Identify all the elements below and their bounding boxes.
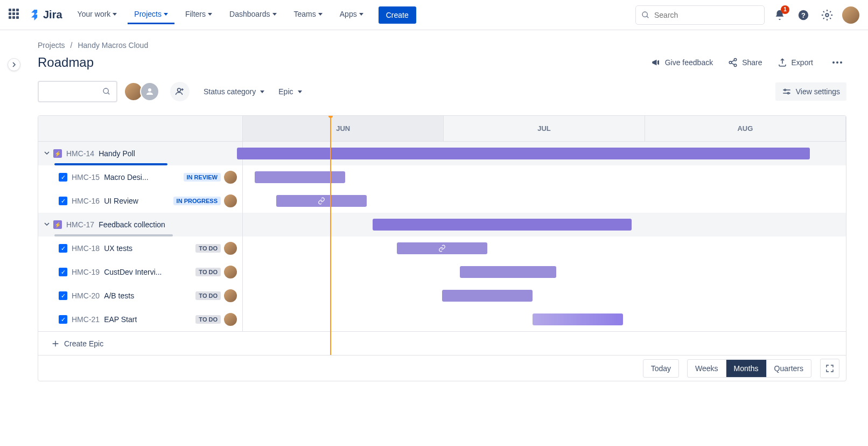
unassigned-avatar[interactable]	[140, 82, 159, 101]
timeline-bar[interactable]	[397, 242, 487, 254]
search-icon	[102, 87, 111, 96]
help-icon: ?	[797, 9, 809, 21]
plus-icon	[51, 339, 60, 348]
chevron-down-icon	[164, 13, 168, 16]
breadcrumb-project[interactable]: Handy Macros Cloud	[78, 41, 148, 50]
status-category-filter[interactable]: Status category	[204, 87, 264, 96]
link-icon	[318, 197, 325, 205]
issue-key[interactable]: HMC-18	[72, 244, 100, 253]
search-box[interactable]	[635, 5, 765, 25]
issue-key[interactable]: HMC-19	[72, 268, 100, 276]
issue-key[interactable]: HMC-21	[72, 315, 100, 324]
nav-item-dashboards[interactable]: Dashboards	[223, 5, 283, 24]
nav-items: Your workProjectsFiltersDashboardsTeamsA…	[71, 5, 370, 24]
issue-key[interactable]: HMC-14	[66, 149, 94, 158]
assignee-avatar[interactable]	[224, 313, 237, 326]
issue-title[interactable]: UI Review	[104, 197, 138, 205]
roadmap-footer: Today WeeksMonthsQuarters	[38, 355, 846, 381]
issue-key[interactable]: HMC-20	[72, 291, 100, 300]
timeline-bar[interactable]	[255, 171, 345, 183]
notifications-button[interactable]: 1	[771, 6, 788, 24]
chevron-down-icon	[359, 13, 363, 16]
issue-title[interactable]: UX tests	[104, 244, 132, 253]
top-navigation: Jira Your workProjectsFiltersDashboardsT…	[0, 0, 868, 30]
task-icon: ✓	[59, 315, 67, 324]
svg-line-11	[108, 93, 109, 94]
app-switcher-icon[interactable]	[9, 9, 22, 22]
give-feedback-button[interactable]: Give feedback	[651, 58, 713, 67]
timeline-bar[interactable]	[237, 148, 810, 159]
svg-text:?: ?	[801, 11, 806, 19]
logo-text: Jira	[43, 9, 62, 21]
person-icon	[145, 87, 155, 96]
expand-button[interactable]	[44, 149, 50, 158]
today-marker	[330, 116, 331, 355]
assignee-avatar[interactable]	[224, 194, 237, 207]
timeline-bar[interactable]	[276, 195, 367, 207]
issue-key[interactable]: HMC-15	[72, 173, 100, 182]
nav-item-filters[interactable]: Filters	[179, 5, 219, 24]
issue-key[interactable]: HMC-17	[66, 220, 94, 229]
svg-point-4	[825, 13, 829, 17]
svg-point-13	[178, 88, 181, 92]
sliders-icon	[782, 87, 792, 96]
status-badge: TO DO	[195, 291, 221, 300]
timeline-bar[interactable]	[460, 266, 556, 278]
issue-title[interactable]: CustDev Intervi...	[104, 268, 162, 276]
breadcrumb: Projects / Handy Macros Cloud	[38, 41, 846, 50]
svg-point-16	[784, 89, 786, 91]
nav-item-teams[interactable]: Teams	[288, 5, 329, 24]
sidebar-toggle[interactable]	[8, 58, 20, 71]
view-settings-button[interactable]: View settings	[775, 82, 846, 101]
svg-point-5	[734, 59, 737, 61]
assignee-avatar[interactable]	[224, 266, 237, 278]
scale-months[interactable]: Months	[726, 359, 767, 378]
jira-logo[interactable]: Jira	[28, 9, 62, 22]
assignee-avatar[interactable]	[224, 289, 237, 302]
add-person-button[interactable]	[170, 82, 190, 101]
nav-item-apps[interactable]: Apps	[333, 5, 370, 24]
help-button[interactable]: ?	[795, 6, 812, 24]
issue-title[interactable]: Macro Desi...	[104, 173, 148, 182]
nav-item-your-work[interactable]: Your work	[71, 5, 124, 24]
assignee-filter[interactable]	[124, 82, 159, 101]
search-input[interactable]	[654, 11, 759, 19]
svg-line-1	[647, 16, 648, 18]
status-badge: TO DO	[195, 315, 221, 324]
more-actions-button[interactable]	[828, 57, 846, 68]
issue-title[interactable]: Handy Poll	[99, 149, 135, 158]
filter-search[interactable]	[38, 81, 117, 102]
assignee-avatar[interactable]	[224, 242, 237, 255]
issue-title[interactable]: A/B tests	[104, 291, 134, 300]
scale-weeks[interactable]: Weeks	[687, 359, 726, 378]
chevron-down-icon	[208, 13, 212, 16]
create-button[interactable]: Create	[379, 6, 416, 24]
epic-filter[interactable]: Epic	[278, 87, 302, 96]
svg-point-12	[148, 88, 151, 92]
timeline-bar[interactable]	[373, 219, 632, 231]
nav-item-projects[interactable]: Projects	[128, 5, 174, 24]
task-row: ✓HMC-16UI ReviewIN PROGRESS	[38, 189, 846, 213]
assignee-avatar[interactable]	[224, 171, 237, 184]
export-icon	[778, 58, 787, 67]
expand-button[interactable]	[44, 220, 50, 229]
scale-quarters[interactable]: Quarters	[766, 359, 811, 378]
settings-button[interactable]	[818, 6, 836, 24]
status-badge: IN REVIEW	[184, 173, 221, 182]
breadcrumb-root[interactable]: Projects	[38, 41, 65, 50]
today-button[interactable]: Today	[643, 359, 679, 378]
export-button[interactable]: Export	[778, 58, 813, 67]
share-button[interactable]: Share	[728, 58, 762, 67]
task-row: ✓HMC-15Macro Desi...IN REVIEW	[38, 165, 846, 189]
user-avatar[interactable]	[842, 6, 859, 24]
issue-key[interactable]: HMC-16	[72, 197, 100, 205]
create-epic-button[interactable]: Create Epic	[38, 331, 846, 355]
megaphone-icon	[651, 58, 661, 67]
issue-title[interactable]: Feedback collection	[99, 220, 165, 229]
timeline-bar[interactable]	[533, 313, 623, 325]
share-icon	[728, 58, 738, 67]
fullscreen-button[interactable]	[820, 359, 839, 378]
timeline-bar[interactable]	[442, 290, 533, 302]
status-badge: TO DO	[195, 268, 221, 276]
issue-title[interactable]: EAP Start	[104, 315, 137, 324]
